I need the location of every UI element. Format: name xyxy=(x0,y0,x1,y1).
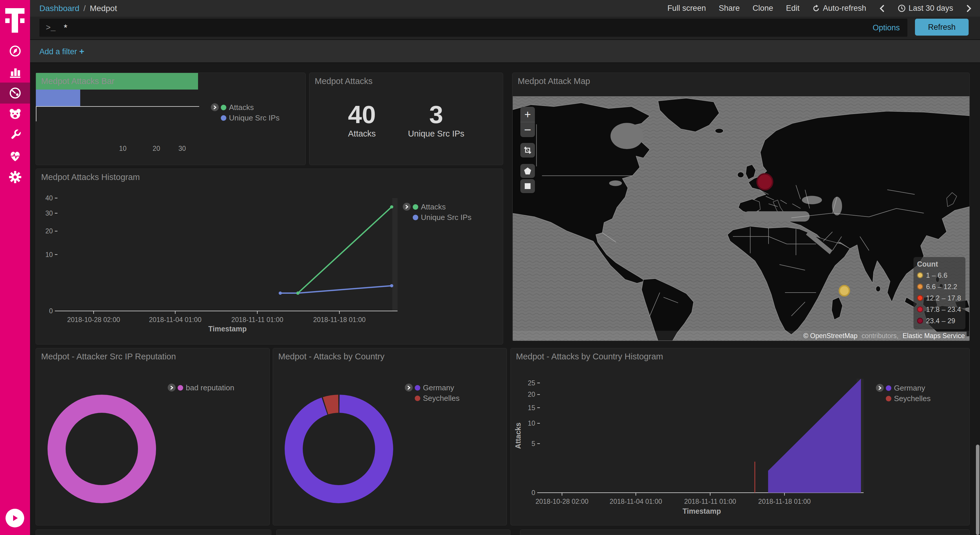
time-range-picker[interactable]: Last 30 days xyxy=(898,4,953,13)
legend-item-unique-src-ips[interactable]: Unique Src IPs xyxy=(413,213,471,222)
query-options-link[interactable]: Options xyxy=(873,23,900,32)
map-dot-germany[interactable] xyxy=(757,174,773,189)
panel-medpot-attacks-metric: Medpot Attacks 40 Attacks 3 Unique Src I… xyxy=(309,73,503,165)
sidebar-item-management[interactable] xyxy=(0,167,30,188)
map-legend-item: 1 – 6.6 xyxy=(917,269,962,281)
time-forward-button[interactable] xyxy=(966,4,972,13)
telekom-t-logo xyxy=(5,8,24,33)
zoom-control: + − xyxy=(520,107,535,137)
series-area-germany[interactable] xyxy=(768,379,861,493)
svg-text:0: 0 xyxy=(531,489,535,497)
map-attribution: © OpenStreetMap contributors, Elastic Ma… xyxy=(513,331,969,341)
donut-slice-germany[interactable] xyxy=(293,403,385,495)
refresh-button[interactable]: Refresh xyxy=(915,19,969,36)
donut-chart-canvas[interactable] xyxy=(273,348,507,525)
legend-toggle-button[interactable] xyxy=(876,384,884,392)
sidebar-item-visualize[interactable] xyxy=(0,62,30,83)
edit-button[interactable]: Edit xyxy=(786,4,800,13)
series-line-attacks[interactable] xyxy=(298,207,392,293)
svg-text:2018-11-04 01:00: 2018-11-04 01:00 xyxy=(149,316,202,323)
legend-item-germany[interactable]: Germany xyxy=(886,384,925,393)
legend-item-unique-src-ips[interactable]: Unique Src IPs xyxy=(221,113,279,123)
x-axis-tick xyxy=(36,116,37,118)
donut-chart-canvas[interactable] xyxy=(36,348,270,525)
legend-toggle-button[interactable] xyxy=(405,384,413,392)
map-dot-seychelles[interactable] xyxy=(839,286,850,296)
panel-partial xyxy=(520,529,970,535)
rectangle-icon xyxy=(524,183,531,189)
legend-color-dot xyxy=(886,396,891,401)
share-button[interactable]: Share xyxy=(719,4,740,13)
bar-unique-src-ips[interactable] xyxy=(36,89,80,106)
time-back-button[interactable] xyxy=(879,4,885,13)
x-axis-line xyxy=(36,106,199,107)
add-filter-link[interactable]: Add a filter + xyxy=(40,46,84,56)
zoom-in-button[interactable]: + xyxy=(520,107,535,122)
sidebar-item-dashboard[interactable] xyxy=(0,83,30,103)
metric-value: 3 xyxy=(429,100,443,128)
legend-item-seychelles[interactable]: Seychelles xyxy=(415,394,460,403)
sidebar-item-timelion[interactable] xyxy=(0,103,30,124)
chevron-right-icon xyxy=(404,204,409,209)
zoom-out-button[interactable]: − xyxy=(520,122,535,137)
draw-rectangle-button[interactable] xyxy=(520,179,535,193)
legend-item-attacks[interactable]: Attacks xyxy=(413,202,445,212)
full-screen-button[interactable]: Full screen xyxy=(667,4,706,13)
top-navigation-bar: Dashboard / Medpot Full screen Share Clo… xyxy=(30,0,980,17)
metric-value: 40 xyxy=(348,100,376,128)
donut-slice-bad-reputation[interactable] xyxy=(57,404,147,494)
world-map-canvas[interactable] xyxy=(513,96,969,341)
series-bar-seychelles[interactable] xyxy=(754,462,755,493)
svg-text:30: 30 xyxy=(45,209,53,217)
svg-text:10: 10 xyxy=(528,419,535,427)
map-legend-item: 12.2 – 17.8 xyxy=(917,292,962,304)
legend-item-label: Seychelles xyxy=(894,394,931,403)
svg-text:20: 20 xyxy=(528,391,535,398)
svg-text:20: 20 xyxy=(45,227,53,235)
query-bar-row: >_ Options Refresh xyxy=(30,17,980,40)
chevron-right-icon xyxy=(878,385,882,390)
world-map[interactable]: + − Count xyxy=(513,96,969,341)
search-query-input[interactable] xyxy=(63,22,873,33)
svg-text:0: 0 xyxy=(49,307,53,315)
sidebar-item-monitoring[interactable] xyxy=(0,146,30,167)
map-legend-color-dot xyxy=(917,283,923,290)
wrench-icon xyxy=(8,128,22,142)
legend-item-bad-reputation[interactable]: bad reputation xyxy=(178,383,234,392)
openstreetmap-attribution[interactable]: © OpenStreetMap xyxy=(802,332,859,340)
legend-item-germany[interactable]: Germany xyxy=(415,383,454,392)
heartbeat-icon xyxy=(8,150,22,163)
x-tick-label: 20 xyxy=(148,145,165,153)
breadcrumb-dashboard-link[interactable]: Dashboard xyxy=(40,4,80,13)
area-chart-canvas[interactable]: 05101520252018-10-28 02:002018-11-04 01:… xyxy=(511,348,970,525)
map-legend-color-dot xyxy=(917,318,923,324)
line-chart-canvas[interactable]: 0102030402018-10-28 02:002018-11-04 01:0… xyxy=(36,169,503,345)
legend-item-seychelles[interactable]: Seychelles xyxy=(886,394,931,403)
sidebar-item-discover[interactable] xyxy=(0,41,30,62)
map-legend-item: 6.6 – 12.2 xyxy=(917,281,962,292)
svg-text:2018-11-11 01:00: 2018-11-11 01:00 xyxy=(231,316,283,323)
map-legend-range-label: 12.2 – 17.8 xyxy=(926,294,961,302)
legend-toggle-button[interactable] xyxy=(168,384,176,392)
auto-refresh-button[interactable]: Auto-refresh xyxy=(812,4,866,13)
svg-text:2018-11-11 01:00: 2018-11-11 01:00 xyxy=(684,498,736,505)
metric-row: 40 Attacks 3 Unique Src IPs xyxy=(309,100,503,139)
scrollbar-thumb[interactable] xyxy=(976,444,979,535)
legend-toggle-button[interactable] xyxy=(403,203,410,211)
legend-color-dot xyxy=(221,115,226,121)
legend-item-attacks[interactable]: Attacks xyxy=(221,103,254,112)
sidebar-collapse-button[interactable] xyxy=(6,509,24,527)
panel-attacks-by-country: Medpot - Attacks by Country GermanySeych… xyxy=(273,348,507,525)
sidebar-item-dev-tools[interactable] xyxy=(0,124,30,146)
legend-toggle-button[interactable] xyxy=(211,103,219,111)
x-axis-tick xyxy=(36,118,37,121)
svg-text:Attacks: Attacks xyxy=(514,422,522,449)
fit-data-bounds-button[interactable] xyxy=(520,143,535,158)
query-input-box[interactable]: >_ Options xyxy=(40,19,907,37)
panel-title: Medpot Attacks Bar xyxy=(41,76,115,86)
top-menu: Full screen Share Clone Edit Auto-refres… xyxy=(667,4,972,13)
legend-color-dot xyxy=(413,215,418,220)
elastic-maps-attribution[interactable]: Elastic Maps Service xyxy=(901,332,967,340)
draw-polygon-button[interactable] xyxy=(520,164,535,178)
clone-button[interactable]: Clone xyxy=(752,4,773,13)
